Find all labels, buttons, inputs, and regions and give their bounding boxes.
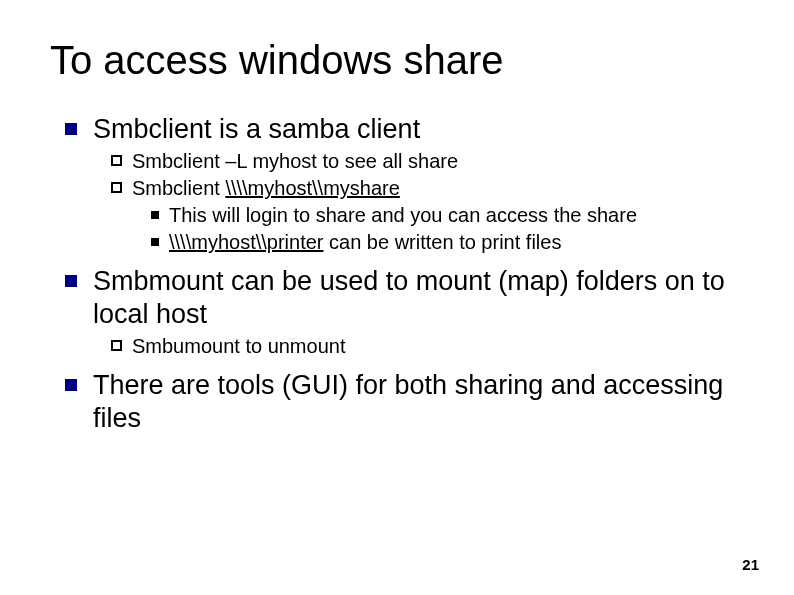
list-item-text: Smbumount to unmount — [132, 334, 345, 359]
list-item: This will login to share and you can acc… — [151, 203, 744, 228]
small-square-bullet-icon — [151, 211, 159, 219]
open-square-bullet-icon — [111, 155, 122, 166]
list-item: Smbclient \\\\myhost\\myshare — [111, 176, 744, 201]
list-item: Smbumount to unmount — [111, 334, 744, 359]
slide-content: Smbclient is a samba client Smbclient –L… — [50, 113, 744, 434]
list-item-text: Smbclient \\\\myhost\\myshare — [132, 176, 400, 201]
list-item-text: Smbclient –L myhost to see all share — [132, 149, 458, 174]
list-item: \\\\myhost\\printer can be written to pr… — [151, 230, 744, 255]
square-bullet-icon — [65, 275, 77, 287]
small-square-bullet-icon — [151, 238, 159, 246]
list-item-text: \\\\myhost\\printer can be written to pr… — [169, 230, 561, 255]
list-item-text: Smbmount can be used to mount (map) fold… — [93, 265, 744, 330]
square-bullet-icon — [65, 123, 77, 135]
slide-title: To access windows share — [50, 38, 744, 83]
list-item: Smbclient is a samba client — [65, 113, 744, 145]
list-item: Smbmount can be used to mount (map) fold… — [65, 265, 744, 330]
square-bullet-icon — [65, 379, 77, 391]
list-item-text: Smbclient is a samba client — [93, 113, 420, 145]
page-number: 21 — [742, 556, 759, 573]
open-square-bullet-icon — [111, 340, 122, 351]
list-item: There are tools (GUI) for both sharing a… — [65, 369, 744, 434]
list-item-text: There are tools (GUI) for both sharing a… — [93, 369, 744, 434]
list-item-text: This will login to share and you can acc… — [169, 203, 637, 228]
open-square-bullet-icon — [111, 182, 122, 193]
list-item: Smbclient –L myhost to see all share — [111, 149, 744, 174]
